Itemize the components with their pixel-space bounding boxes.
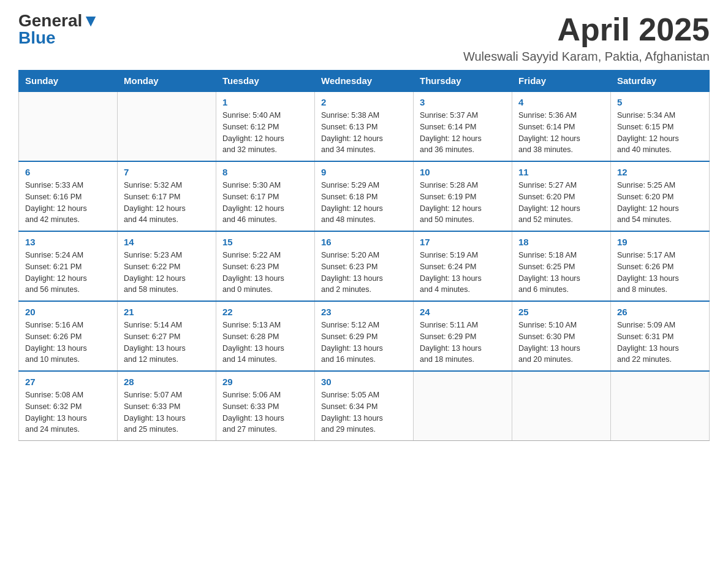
calendar-cell: 16Sunrise: 5:20 AMSunset: 6:23 PMDayligh…: [315, 231, 414, 301]
day-number: 25: [518, 307, 604, 317]
day-info: Sunrise: 5:14 AMSunset: 6:27 PMDaylight:…: [124, 320, 210, 366]
calendar-cell: 6Sunrise: 5:33 AMSunset: 6:16 PMDaylight…: [19, 161, 118, 231]
day-info: Sunrise: 5:08 AMSunset: 6:32 PMDaylight:…: [25, 389, 111, 435]
day-number: 30: [321, 377, 407, 387]
day-info: Sunrise: 5:28 AMSunset: 6:19 PMDaylight:…: [420, 180, 506, 226]
calendar-cell: 1Sunrise: 5:40 AMSunset: 6:12 PMDaylight…: [216, 91, 315, 161]
day-info: Sunrise: 5:13 AMSunset: 6:28 PMDaylight:…: [222, 320, 308, 366]
calendar-cell: 4Sunrise: 5:36 AMSunset: 6:14 PMDaylight…: [512, 91, 611, 161]
calendar-cell: [414, 371, 512, 441]
day-number: 1: [222, 97, 308, 107]
logo-triangle-icon: ▼: [82, 11, 99, 30]
day-number: 24: [420, 307, 506, 317]
day-number: 28: [124, 377, 210, 387]
calendar-cell: 7Sunrise: 5:32 AMSunset: 6:17 PMDaylight…: [118, 161, 216, 231]
calendar-cell: 25Sunrise: 5:10 AMSunset: 6:30 PMDayligh…: [512, 301, 611, 371]
day-number: 10: [420, 167, 506, 177]
day-info: Sunrise: 5:40 AMSunset: 6:12 PMDaylight:…: [222, 110, 308, 156]
calendar-cell: 19Sunrise: 5:17 AMSunset: 6:26 PMDayligh…: [611, 231, 710, 301]
calendar-cell: 13Sunrise: 5:24 AMSunset: 6:21 PMDayligh…: [19, 231, 118, 301]
calendar-cell: 14Sunrise: 5:23 AMSunset: 6:22 PMDayligh…: [118, 231, 216, 301]
day-info: Sunrise: 5:37 AMSunset: 6:14 PMDaylight:…: [420, 110, 506, 156]
calendar-cell: 28Sunrise: 5:07 AMSunset: 6:33 PMDayligh…: [118, 371, 216, 441]
calendar-cell: 20Sunrise: 5:16 AMSunset: 6:26 PMDayligh…: [19, 301, 118, 371]
day-number: 7: [124, 167, 210, 177]
calendar-cell: 8Sunrise: 5:30 AMSunset: 6:17 PMDaylight…: [216, 161, 315, 231]
day-number: 11: [518, 167, 604, 177]
day-info: Sunrise: 5:34 AMSunset: 6:15 PMDaylight:…: [617, 110, 703, 156]
day-number: 15: [222, 237, 308, 247]
day-number: 5: [617, 97, 703, 107]
day-info: Sunrise: 5:38 AMSunset: 6:13 PMDaylight:…: [321, 110, 407, 156]
calendar-cell: 3Sunrise: 5:37 AMSunset: 6:14 PMDaylight…: [414, 91, 512, 161]
page-header: General▼Blue April 2025 Wuleswali Sayyid…: [18, 12, 710, 64]
day-number: 17: [420, 237, 506, 247]
calendar-cell: 29Sunrise: 5:06 AMSunset: 6:33 PMDayligh…: [216, 371, 315, 441]
calendar-header-sunday: Sunday: [19, 71, 118, 92]
day-info: Sunrise: 5:09 AMSunset: 6:31 PMDaylight:…: [617, 320, 703, 366]
calendar-cell: 30Sunrise: 5:05 AMSunset: 6:34 PMDayligh…: [315, 371, 414, 441]
logo: General▼Blue: [18, 12, 99, 47]
calendar-header-tuesday: Tuesday: [216, 71, 315, 92]
day-number: 14: [124, 237, 210, 247]
calendar-cell: 27Sunrise: 5:08 AMSunset: 6:32 PMDayligh…: [19, 371, 118, 441]
day-info: Sunrise: 5:23 AMSunset: 6:22 PMDaylight:…: [124, 250, 210, 296]
day-info: Sunrise: 5:07 AMSunset: 6:33 PMDaylight:…: [124, 389, 210, 435]
calendar-cell: 21Sunrise: 5:14 AMSunset: 6:27 PMDayligh…: [118, 301, 216, 371]
day-info: Sunrise: 5:27 AMSunset: 6:20 PMDaylight:…: [518, 180, 604, 226]
calendar-cell: 23Sunrise: 5:12 AMSunset: 6:29 PMDayligh…: [315, 301, 414, 371]
calendar-cell: 17Sunrise: 5:19 AMSunset: 6:24 PMDayligh…: [414, 231, 512, 301]
logo-blue-text: Blue: [18, 28, 56, 47]
calendar-cell: [19, 91, 118, 161]
calendar-cell: 22Sunrise: 5:13 AMSunset: 6:28 PMDayligh…: [216, 301, 315, 371]
day-info: Sunrise: 5:20 AMSunset: 6:23 PMDaylight:…: [321, 250, 407, 296]
day-info: Sunrise: 5:05 AMSunset: 6:34 PMDaylight:…: [321, 389, 407, 435]
day-number: 27: [25, 377, 111, 387]
day-number: 20: [25, 307, 111, 317]
calendar-header-monday: Monday: [118, 71, 216, 92]
calendar-cell: 9Sunrise: 5:29 AMSunset: 6:18 PMDaylight…: [315, 161, 414, 231]
calendar-cell: [512, 371, 611, 441]
calendar-week-row: 27Sunrise: 5:08 AMSunset: 6:32 PMDayligh…: [19, 371, 710, 441]
calendar-cell: 15Sunrise: 5:22 AMSunset: 6:23 PMDayligh…: [216, 231, 315, 301]
calendar-week-row: 6Sunrise: 5:33 AMSunset: 6:16 PMDaylight…: [19, 161, 710, 231]
day-number: 18: [518, 237, 604, 247]
day-info: Sunrise: 5:24 AMSunset: 6:21 PMDaylight:…: [25, 250, 111, 296]
day-number: 21: [124, 307, 210, 317]
day-number: 19: [617, 237, 703, 247]
day-number: 29: [222, 377, 308, 387]
day-number: 8: [222, 167, 308, 177]
calendar-cell: 26Sunrise: 5:09 AMSunset: 6:31 PMDayligh…: [611, 301, 710, 371]
calendar-table: SundayMondayTuesdayWednesdayThursdayFrid…: [18, 70, 710, 441]
day-info: Sunrise: 5:25 AMSunset: 6:20 PMDaylight:…: [617, 180, 703, 226]
calendar-cell: 18Sunrise: 5:18 AMSunset: 6:25 PMDayligh…: [512, 231, 611, 301]
day-number: 12: [617, 167, 703, 177]
day-info: Sunrise: 5:17 AMSunset: 6:26 PMDaylight:…: [617, 250, 703, 296]
day-info: Sunrise: 5:30 AMSunset: 6:17 PMDaylight:…: [222, 180, 308, 226]
calendar-cell: 10Sunrise: 5:28 AMSunset: 6:19 PMDayligh…: [414, 161, 512, 231]
calendar-header-friday: Friday: [512, 71, 611, 92]
day-number: 16: [321, 237, 407, 247]
calendar-cell: 5Sunrise: 5:34 AMSunset: 6:15 PMDaylight…: [611, 91, 710, 161]
day-number: 4: [518, 97, 604, 107]
calendar-week-row: 20Sunrise: 5:16 AMSunset: 6:26 PMDayligh…: [19, 301, 710, 371]
day-info: Sunrise: 5:16 AMSunset: 6:26 PMDaylight:…: [25, 320, 111, 366]
calendar-cell: 11Sunrise: 5:27 AMSunset: 6:20 PMDayligh…: [512, 161, 611, 231]
day-info: Sunrise: 5:06 AMSunset: 6:33 PMDaylight:…: [222, 389, 308, 435]
day-info: Sunrise: 5:36 AMSunset: 6:14 PMDaylight:…: [518, 110, 604, 156]
day-number: 9: [321, 167, 407, 177]
calendar-cell: [118, 91, 216, 161]
day-number: 6: [25, 167, 111, 177]
day-number: 26: [617, 307, 703, 317]
calendar-header-thursday: Thursday: [414, 71, 512, 92]
day-info: Sunrise: 5:18 AMSunset: 6:25 PMDaylight:…: [518, 250, 604, 296]
day-number: 3: [420, 97, 506, 107]
day-number: 22: [222, 307, 308, 317]
day-number: 23: [321, 307, 407, 317]
location-title: Wuleswali Sayyid Karam, Paktia, Afghanis…: [463, 50, 710, 64]
calendar-cell: [611, 371, 710, 441]
month-title: April 2025: [463, 12, 710, 47]
calendar-week-row: 1Sunrise: 5:40 AMSunset: 6:12 PMDaylight…: [19, 91, 710, 161]
calendar-header-wednesday: Wednesday: [315, 71, 414, 92]
day-info: Sunrise: 5:22 AMSunset: 6:23 PMDaylight:…: [222, 250, 308, 296]
